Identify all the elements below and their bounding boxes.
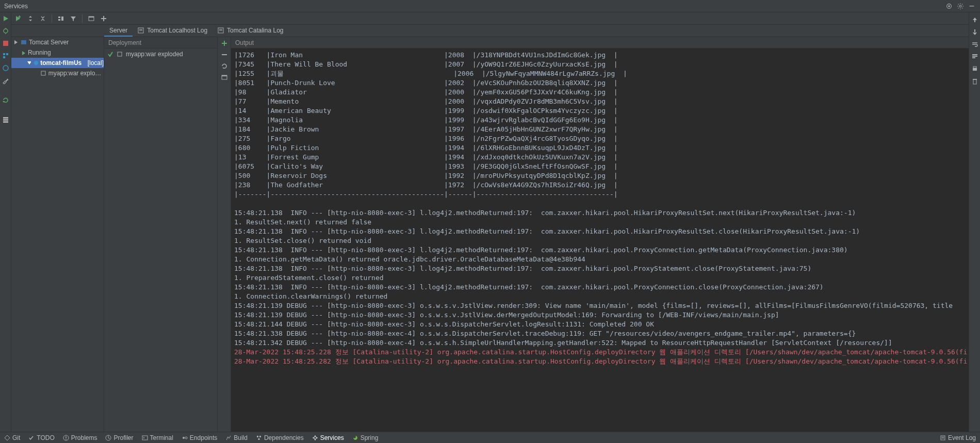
output-panel: Output |1726 |Iron Man |2008 |/318YNPBDd… — [231, 37, 969, 432]
wrench-icon[interactable] — [2, 76, 10, 85]
svg-rect-39 — [118, 52, 122, 56]
deployment-artifact[interactable]: myapp:war exploded — [104, 48, 217, 60]
print-icon[interactable] — [971, 65, 979, 73]
output-header: Output — [231, 37, 969, 48]
run-icon[interactable] — [2, 14, 10, 23]
clear-icon[interactable] — [971, 77, 979, 86]
svg-marker-36 — [27, 61, 31, 64]
svg-rect-11 — [3, 56, 5, 58]
collapse-all-icon[interactable] — [38, 14, 47, 23]
tab-server[interactable]: Server — [104, 25, 133, 37]
svg-marker-33 — [14, 40, 18, 44]
svg-rect-45 — [974, 20, 975, 22]
svg-rect-41 — [222, 43, 227, 44]
deploy-actions — [218, 37, 231, 432]
svg-point-5 — [4, 29, 8, 33]
deploy-browser-icon[interactable] — [220, 73, 228, 81]
svg-rect-62 — [259, 436, 261, 437]
debug-icon[interactable] — [2, 27, 10, 35]
svg-point-12 — [3, 65, 8, 71]
svg-rect-14 — [3, 117, 8, 119]
svg-marker-4 — [4, 16, 8, 21]
add-config-icon[interactable] — [13, 14, 23, 23]
update-icon[interactable] — [2, 64, 10, 72]
minimize-icon[interactable] — [968, 2, 976, 10]
svg-rect-56 — [66, 439, 66, 439]
tab-localhost-log[interactable]: Tomcat Localhost Log — [133, 25, 213, 37]
down-arrow-icon[interactable] — [971, 28, 979, 36]
svg-rect-51 — [973, 67, 976, 68]
svg-rect-63 — [258, 438, 259, 440]
tree-root-tomcat[interactable]: Tomcat Server — [11, 37, 104, 47]
status-event-log[interactable]: Event Log — [940, 434, 976, 441]
svg-rect-61 — [257, 436, 258, 437]
svg-rect-38 — [41, 71, 45, 75]
deploy-refresh-icon[interactable] — [220, 62, 228, 70]
right-gutter — [969, 12, 980, 432]
svg-rect-34 — [21, 40, 26, 44]
status-spring[interactable]: Spring — [352, 434, 379, 441]
svg-point-37 — [34, 61, 38, 65]
svg-rect-47 — [972, 54, 977, 55]
deploy-remove-icon[interactable] — [220, 51, 228, 59]
deployment-header: Deployment — [104, 37, 217, 48]
svg-rect-19 — [18, 17, 21, 18]
services-title: Services — [4, 3, 28, 10]
output-console[interactable]: |1726 |Iron Man |2008 |/318YNPBDdt4VU1ns… — [231, 48, 969, 432]
svg-point-59 — [183, 437, 185, 439]
gear-icon[interactable] — [956, 2, 965, 10]
svg-rect-15 — [3, 119, 8, 121]
deploy-add-icon[interactable] — [220, 39, 228, 47]
expand-all-icon[interactable] — [26, 14, 35, 23]
left-gutter — [0, 12, 11, 432]
status-problems[interactable]: Problems — [63, 434, 97, 441]
status-git[interactable]: Git — [4, 434, 20, 441]
filter-icon[interactable] — [69, 14, 78, 23]
tabs-row: Server Tomcat Localhost Log Tomcat Catal… — [11, 25, 969, 37]
soft-wrap-icon[interactable] — [971, 40, 979, 48]
deployment-panel: Deployment myapp:war exploded — [104, 37, 218, 432]
svg-point-1 — [948, 5, 950, 7]
svg-rect-53 — [973, 79, 977, 80]
scroll-to-end-icon[interactable] — [971, 53, 979, 61]
status-todo[interactable]: TODO — [28, 434, 54, 441]
services-toolbar — [11, 12, 969, 25]
svg-marker-35 — [22, 51, 25, 55]
tree-artifact-item[interactable]: myapp:war exploded — [11, 68, 104, 78]
layout-icon[interactable] — [2, 116, 10, 124]
svg-point-60 — [185, 437, 187, 439]
svg-rect-20 — [58, 17, 60, 18]
svg-rect-48 — [972, 56, 977, 57]
open-browser-icon[interactable] — [87, 14, 96, 23]
tree-running-group[interactable]: Running — [11, 47, 104, 58]
svg-rect-24 — [89, 17, 94, 18]
status-services[interactable]: Services — [312, 434, 344, 441]
threads-icon[interactable] — [2, 52, 10, 60]
svg-rect-9 — [3, 53, 5, 55]
svg-rect-8 — [3, 41, 8, 46]
run-config-tree: Tomcat Server Running tomcat-filmUs [loc… — [11, 37, 104, 432]
svg-rect-22 — [61, 17, 63, 21]
svg-rect-44 — [222, 75, 227, 76]
status-dependencies[interactable]: Dependencies — [256, 434, 304, 441]
svg-rect-46 — [974, 29, 975, 32]
svg-rect-42 — [222, 54, 227, 55]
stop-icon[interactable] — [2, 39, 10, 47]
status-build[interactable]: Build — [225, 434, 248, 441]
up-arrow-icon[interactable] — [971, 15, 979, 24]
svg-rect-26 — [101, 18, 106, 19]
add-icon[interactable] — [99, 14, 108, 23]
svg-rect-66 — [941, 437, 944, 437]
services-title-bar: Services — [0, 0, 980, 12]
rerun-icon[interactable] — [2, 96, 10, 104]
tree-config-item[interactable]: tomcat-filmUs [local] — [11, 58, 104, 68]
status-endpoints[interactable]: Endpoints — [182, 434, 217, 441]
status-bar: Git TODO Problems Profiler Terminal Endp… — [0, 432, 980, 443]
status-profiler[interactable]: Profiler — [105, 434, 133, 441]
status-terminal[interactable]: Terminal — [142, 434, 173, 441]
group-by-icon[interactable] — [56, 14, 66, 23]
svg-rect-16 — [3, 121, 8, 123]
svg-rect-67 — [941, 438, 944, 438]
focus-icon[interactable] — [945, 2, 953, 10]
tab-catalina-log[interactable]: Tomcat Catalina Log — [213, 25, 288, 37]
